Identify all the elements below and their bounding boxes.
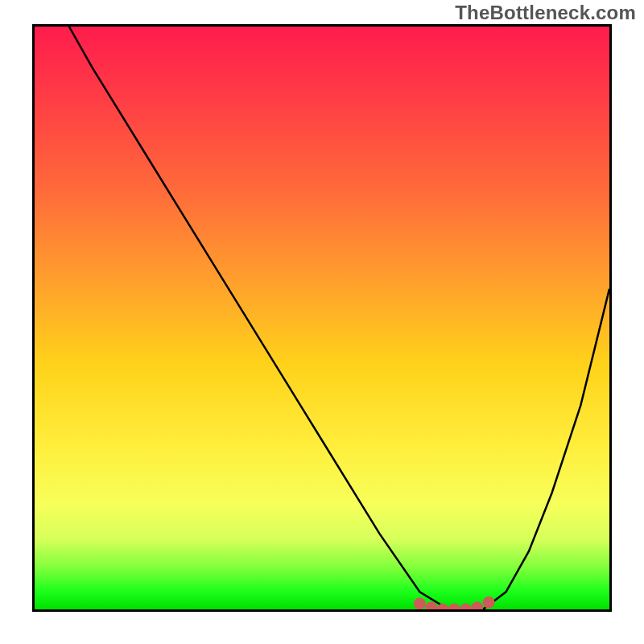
chart-container: TheBottleneck.com	[0, 0, 644, 644]
gradient-background	[35, 27, 609, 609]
plot-area	[32, 24, 612, 612]
watermark-text: TheBottleneck.com	[455, 2, 636, 24]
